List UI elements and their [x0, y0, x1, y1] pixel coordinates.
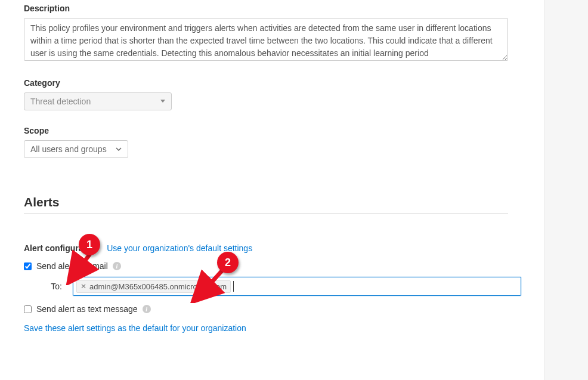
send-alert-email-checkbox[interactable] [24, 262, 32, 270]
category-label: Category [24, 78, 544, 88]
category-selected-value: Threat detection [30, 97, 91, 106]
info-icon[interactable]: i [113, 262, 121, 270]
scope-label: Scope [24, 126, 544, 135]
scope-select[interactable]: All users and groups [24, 140, 128, 158]
to-label: To: [35, 282, 62, 291]
annotation-badge-2: 2 [217, 252, 239, 273]
save-alert-defaults-link[interactable]: Save these alert settings as the default… [24, 323, 246, 333]
send-alert-sms-checkbox[interactable] [24, 305, 32, 313]
chevron-down-icon [160, 100, 165, 103]
annotation-badge-1: 1 [79, 234, 100, 255]
description-textarea[interactable] [24, 18, 508, 61]
annotation-arrow-1 [64, 249, 100, 285]
text-cursor [233, 281, 234, 292]
send-alert-sms-label: Send alert as text message [36, 304, 138, 314]
category-select[interactable]: Threat detection [24, 92, 172, 110]
description-label: Description [24, 4, 544, 13]
chevron-down-icon [116, 147, 122, 151]
right-rail [544, 0, 588, 380]
alert-email-to-input[interactable]: ✕ admin@M365x006485.onmicrosoft.com [73, 277, 521, 296]
scope-selected-value: All users and groups [30, 144, 107, 154]
alerts-heading: Alerts [24, 195, 544, 209]
divider [24, 213, 508, 214]
info-icon[interactable]: i [143, 305, 151, 313]
